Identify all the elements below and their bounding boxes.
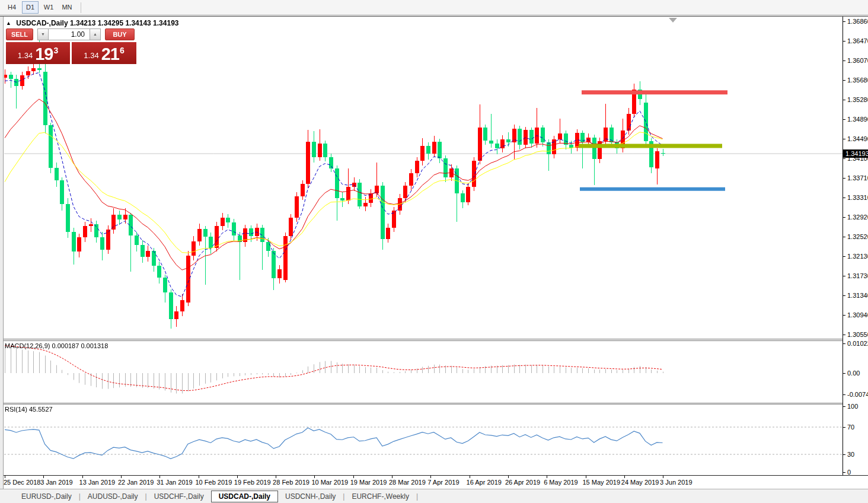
buy-button[interactable]: BUY <box>105 28 135 40</box>
chart-ohlc-values: 1.34213 1.34295 1.34143 1.34193 <box>70 19 179 27</box>
date-axis-tick <box>82 476 83 478</box>
price-axis-label: 1.33710 <box>843 174 868 182</box>
tab-separator: | <box>416 492 418 501</box>
tab-audusd-daily[interactable]: AUDUSD-,Daily <box>81 491 145 502</box>
date-axis-tick <box>43 476 44 478</box>
price-axis-label: 1.35680 <box>843 77 868 84</box>
timeframe-button-mn[interactable]: MN <box>59 1 75 14</box>
date-axis-tick <box>353 476 354 478</box>
main-chart-pane[interactable] <box>4 18 843 339</box>
price-axis-label: 1.36070 <box>843 57 868 64</box>
indicator-axis-label: 30 <box>843 451 868 458</box>
date-axis-label: 10 Mar 2019 <box>311 479 348 486</box>
date-axis-label: 31 Jan 2019 <box>157 479 193 486</box>
date-axis-label: 13 Jan 2019 <box>79 479 116 486</box>
sell-price-prefix: 1.34 <box>18 50 33 62</box>
price-axis-label: 1.32920 <box>843 214 868 221</box>
chart-window: ▲ USDCAD-,Daily 1.34213 1.34295 1.34143 … <box>0 16 868 489</box>
chart-title-arrow-icon: ▲ <box>6 20 11 26</box>
price-axis-label: 1.32130 <box>843 253 868 260</box>
rsi-indicator-label: RSI(14) 45.5527 <box>5 406 53 413</box>
price-axis[interactable]: 1.34193 1.368601.364701.360701.356801.35… <box>843 17 868 475</box>
date-axis-label: 19 Mar 2019 <box>350 479 387 486</box>
price-axis-label: 1.34490 <box>843 135 868 142</box>
price-axis-label: 1.32520 <box>843 233 868 240</box>
toolbar-separator <box>81 2 81 13</box>
buy-price-pipette: 6 <box>120 46 125 55</box>
date-axis-tick <box>159 476 160 478</box>
date-axis[interactable]: 25 Dec 20183 Jan 201913 Jan 201922 Jan 2… <box>4 475 868 489</box>
rsi-pane[interactable] <box>4 405 843 475</box>
tab-usdcad-daily[interactable]: USDCAD-,Daily <box>211 491 278 502</box>
date-axis-tick <box>430 476 431 478</box>
price-axis-label: 1.33310 <box>843 194 868 201</box>
one-click-trading-panel: SELL ▼ ▲ BUY 1.34 19 3 1.34 21 6 <box>6 28 136 64</box>
price-axis-label: 1.30940 <box>843 311 868 319</box>
date-axis-tick <box>121 476 122 478</box>
date-axis-tick <box>314 476 315 478</box>
date-axis-tick <box>199 476 199 478</box>
date-axis-tick <box>663 476 663 478</box>
timeframe-button-h4[interactable]: H4 <box>4 1 20 14</box>
chart-shift-marker-icon[interactable] <box>669 18 677 23</box>
date-axis-tick <box>392 476 392 478</box>
chart-symbol-label: USDCAD-,Daily <box>16 19 68 27</box>
sell-button[interactable]: SELL <box>6 28 33 40</box>
price-axis-label: 1.36860 <box>843 18 868 25</box>
sell-price-pipette: 3 <box>53 46 58 55</box>
date-axis-label: 3 Jan 2019 <box>40 479 72 486</box>
price-axis-label: 1.30550 <box>843 331 868 338</box>
date-axis-tick <box>470 476 470 478</box>
date-axis-label: 7 Apr 2019 <box>427 479 459 486</box>
buy-price-prefix: 1.34 <box>84 50 98 62</box>
volume-increase-button[interactable]: ▲ <box>90 28 101 40</box>
timeframe-button-d1[interactable]: D1 <box>22 1 39 14</box>
buy-price-big: 21 <box>101 46 119 62</box>
date-axis-label: 25 Dec 2018 <box>4 479 40 486</box>
price-axis-label: 1.34100 <box>843 155 868 162</box>
indicator-axis-label: -0.007477 <box>843 391 868 398</box>
date-axis-label: 24 May 2019 <box>621 479 659 486</box>
date-axis-tick <box>237 476 238 478</box>
tab-usdchf-daily[interactable]: USDCHF-,Daily <box>147 491 211 502</box>
date-axis-tick <box>276 476 276 478</box>
price-axis-label: 1.35280 <box>843 96 868 103</box>
date-axis-label: 28 Feb 2019 <box>273 479 309 486</box>
indicator-axis-label: 100 <box>843 403 868 410</box>
tab-eurchf-weekly[interactable]: EURCHF-,Weekly <box>344 491 416 502</box>
sell-quote-box[interactable]: 1.34 19 3 <box>6 42 70 64</box>
macd-pane[interactable] <box>4 341 843 403</box>
indicator-axis-label: 0.00 <box>843 370 868 377</box>
window-left-frame <box>0 17 4 489</box>
volume-input[interactable] <box>49 28 90 40</box>
date-axis-label: 26 Apr 2019 <box>505 479 540 486</box>
date-axis-label: 10 Feb 2019 <box>196 479 232 486</box>
price-axis-label: 1.34890 <box>843 116 868 123</box>
sell-price-big: 19 <box>35 46 53 62</box>
macd-indicator-label: MACD(12,26,9) 0.000187 0.001318 <box>5 342 108 349</box>
indicator-axis-label: 70 <box>843 424 868 431</box>
timeframe-button-w1[interactable]: W1 <box>40 1 57 14</box>
date-axis-label: 3 Jun 2019 <box>660 479 692 486</box>
price-axis-label: 1.31340 <box>843 292 868 299</box>
tab-eurusd-daily[interactable]: EURUSD-,Daily <box>14 491 79 502</box>
date-axis-tick <box>508 476 509 478</box>
date-axis-tick <box>547 476 547 478</box>
date-axis-label: 16 Apr 2019 <box>467 479 502 486</box>
tab-usdcnh-daily[interactable]: USDCNH-,Daily <box>278 491 343 502</box>
timeframe-toolbar: H4 D1 W1 MN <box>0 0 868 15</box>
chart-title: ▲ USDCAD-,Daily 1.34213 1.34295 1.34143 … <box>6 19 178 27</box>
date-axis-label: 15 May 2019 <box>583 479 621 486</box>
price-axis-label: 1.36470 <box>843 37 868 44</box>
date-axis-label: 6 May 2019 <box>544 479 577 486</box>
date-axis-tick <box>5 476 5 478</box>
date-axis-label: 19 Feb 2019 <box>234 479 271 486</box>
symbol-tab-bar: EURUSD-,Daily | AUDUSD-,Daily | USDCHF-,… <box>0 489 868 503</box>
date-axis-label: 28 Mar 2019 <box>389 479 426 486</box>
date-axis-tick <box>586 476 586 478</box>
volume-decrease-button[interactable]: ▼ <box>37 28 49 40</box>
date-axis-tick <box>624 476 625 478</box>
buy-quote-box[interactable]: 1.34 21 6 <box>72 42 136 64</box>
price-axis-label: 1.31730 <box>843 272 868 279</box>
indicator-axis-label: 0.010229 <box>843 340 868 347</box>
